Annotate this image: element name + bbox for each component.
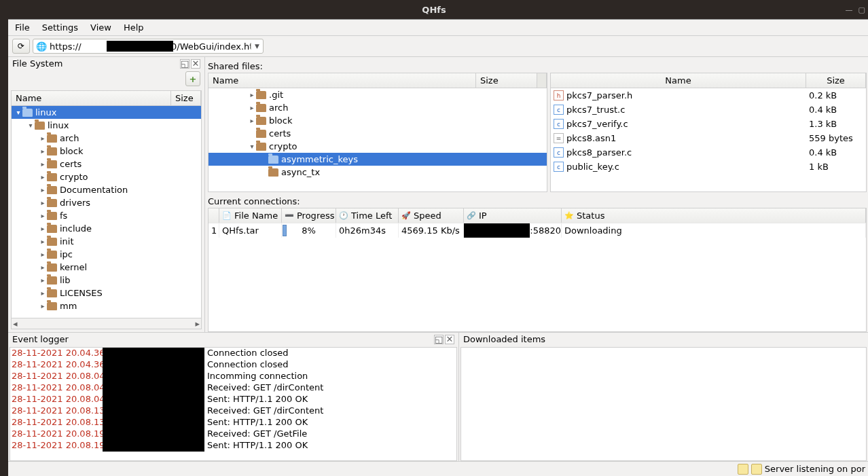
tree-row[interactable]: ▾linux [12, 119, 201, 132]
expand-icon[interactable]: ▸ [39, 186, 47, 194]
expand-icon[interactable]: ▸ [39, 160, 47, 168]
conn-row[interactable]: 1 QHfs.tar 8% 0h26m34s 4569.15 Kb/s :588… [209, 223, 866, 238]
fs-columns: Name Size [12, 91, 201, 106]
fs-col-size[interactable]: Size [171, 91, 201, 105]
conn-col-fn[interactable]: 📄File Name [219, 208, 282, 223]
shared-vscroll[interactable] [537, 73, 547, 88]
fs-tree-body[interactable]: ▾linux▾linux▸arch▸block▸certs▸crypto▸Doc… [12, 106, 201, 318]
folder-icon [256, 117, 266, 125]
files-col-name[interactable]: Name [551, 73, 806, 88]
expand-icon[interactable]: ▸ [39, 199, 47, 206]
maximize-button[interactable]: ▢ [858, 5, 865, 14]
expand-icon[interactable]: ▸ [39, 212, 47, 219]
log-box[interactable]: 28-11-2021 20.04.36Connection closed28-1… [10, 347, 457, 461]
file-system-panel: File System ◱ ✕ + Name Size ▾linux▾linux… [8, 57, 205, 332]
expand-icon[interactable]: ▾ [248, 143, 256, 150]
expand-icon[interactable]: ▾ [14, 109, 22, 116]
files-col-size[interactable]: Size [806, 73, 866, 88]
tree-row[interactable]: ▸Documentation [12, 183, 201, 196]
desktop-strip [0, 19, 8, 476]
fs-col-name[interactable]: Name [12, 91, 171, 105]
file-list-body[interactable]: hpkcs7_parser.h0.2 kBcpkcs7_trust.c0.4 k… [551, 88, 866, 191]
expand-icon[interactable]: ▾ [26, 122, 35, 129]
menu-file[interactable]: File [15, 22, 30, 33]
add-button[interactable]: + [185, 71, 200, 86]
tree-row[interactable]: ▸drivers [12, 196, 201, 209]
url-box[interactable]: 🌐 ▼ [33, 39, 264, 54]
status-text: Server listening on por [765, 464, 865, 474]
tree-row[interactable]: ▸init [12, 235, 201, 248]
tree-row[interactable]: ▸LICENSES [12, 287, 201, 299]
log-detach-button[interactable]: ◱ [434, 335, 444, 344]
file-row[interactable]: cpkcs7_verify.c1.3 kB [551, 117, 866, 131]
refresh-button[interactable]: ⟳ [12, 39, 30, 54]
expand-icon[interactable]: ▸ [39, 251, 47, 258]
tree-row[interactable]: ▸block [12, 145, 201, 158]
tree-label: lib [60, 275, 70, 285]
tree-row[interactable]: ▸crypto [12, 170, 201, 183]
expand-icon[interactable]: ▸ [39, 147, 47, 155]
tree-row[interactable]: ▸block [209, 114, 547, 127]
expand-icon[interactable]: ▸ [39, 276, 47, 284]
tree-row[interactable]: ▸include [12, 222, 201, 235]
expand-icon[interactable]: ▸ [39, 289, 47, 297]
bottom-area: Event logger ◱ ✕ 28-11-2021 20.04.36Conn… [8, 332, 868, 461]
tree-row[interactable]: ▸arch [12, 132, 201, 145]
tree-row[interactable]: ▸fs [12, 209, 201, 222]
conn-prog: 8% [282, 223, 336, 238]
expand-icon[interactable]: ▸ [248, 117, 256, 124]
conn-col-num[interactable] [209, 208, 219, 223]
conn-col-st[interactable]: ⭐Status [562, 208, 866, 223]
shared-tree-body[interactable]: ▸.git▸arch▸blockcerts▾cryptoasymmetric_k… [209, 88, 547, 191]
dl-box[interactable] [460, 347, 867, 461]
tree-row[interactable]: ▸certs [12, 158, 201, 170]
expand-icon[interactable]: ▸ [39, 263, 47, 271]
tree-row[interactable]: ▸arch [209, 101, 547, 114]
tree-row[interactable]: ▾crypto [209, 140, 547, 153]
menu-settings[interactable]: Settings [42, 22, 78, 33]
tree-row[interactable]: ▸kernel [12, 261, 201, 274]
file-list: Name Size hpkcs7_parser.h0.2 kBcpkcs7_tr… [550, 73, 867, 192]
conn-col-prog[interactable]: ➖Progress [282, 208, 336, 223]
tree-row[interactable]: ▸lib [12, 274, 201, 287]
menu-help[interactable]: Help [124, 22, 144, 33]
log-ip-redaction [103, 348, 204, 359]
tree-row[interactable]: ▸ipc [12, 248, 201, 261]
file-row[interactable]: hpkcs7_parser.h0.2 kB [551, 88, 866, 103]
conn-col-spd[interactable]: 🚀Speed [399, 208, 464, 223]
file-row[interactable]: cpublic_key.c1 kB [551, 160, 866, 174]
tree-row[interactable]: ▾linux [12, 106, 201, 119]
file-row[interactable]: cpkcs8_parser.c0.4 kB [551, 145, 866, 160]
url-dropdown[interactable]: ▼ [251, 43, 263, 50]
conn-spd: 4569.15 Kb/s [399, 223, 464, 238]
tree-label: init [60, 236, 74, 246]
conn-col-ip[interactable]: 🔗IP [464, 208, 562, 223]
conn-col-tl[interactable]: 🕐Time Left [336, 208, 399, 223]
shared-col-name[interactable]: Name [209, 73, 476, 88]
expand-icon[interactable]: ▸ [39, 134, 47, 142]
fs-hscroll[interactable]: ◂▸ [12, 318, 201, 329]
folder-icon [35, 122, 45, 130]
tree-row[interactable]: certs [209, 127, 547, 140]
tree-row[interactable]: asymmetric_keys [209, 153, 547, 166]
conn-columns: 📄File Name ➖Progress 🕐Time Left 🚀Speed 🔗… [209, 208, 866, 223]
fs-detach-button[interactable]: ◱ [180, 59, 189, 69]
fs-close-button[interactable]: ✕ [191, 59, 200, 69]
expand-icon[interactable]: ▸ [39, 238, 47, 245]
expand-icon[interactable]: ▸ [248, 91, 256, 98]
shared-col-size[interactable]: Size [476, 73, 537, 88]
tree-row[interactable]: async_tx [209, 166, 547, 179]
expand-icon[interactable]: ▸ [39, 302, 47, 310]
expand-icon[interactable]: ▸ [248, 104, 256, 111]
menu-view[interactable]: View [90, 22, 111, 33]
expand-icon[interactable]: ▸ [39, 173, 47, 181]
tree-row[interactable]: ▸mm [12, 299, 201, 312]
file-row[interactable]: ≡pkcs8.asn1559 bytes [551, 131, 866, 145]
minimize-button[interactable]: — [846, 5, 853, 14]
tree-row[interactable]: ▸.git [209, 88, 547, 101]
tree-label: crypto [60, 172, 88, 182]
file-row[interactable]: cpkcs7_trust.c0.4 kB [551, 103, 866, 117]
expand-icon[interactable]: ▸ [39, 225, 47, 232]
log-close-button[interactable]: ✕ [445, 335, 454, 344]
menubar: File Settings View Help [8, 20, 868, 36]
